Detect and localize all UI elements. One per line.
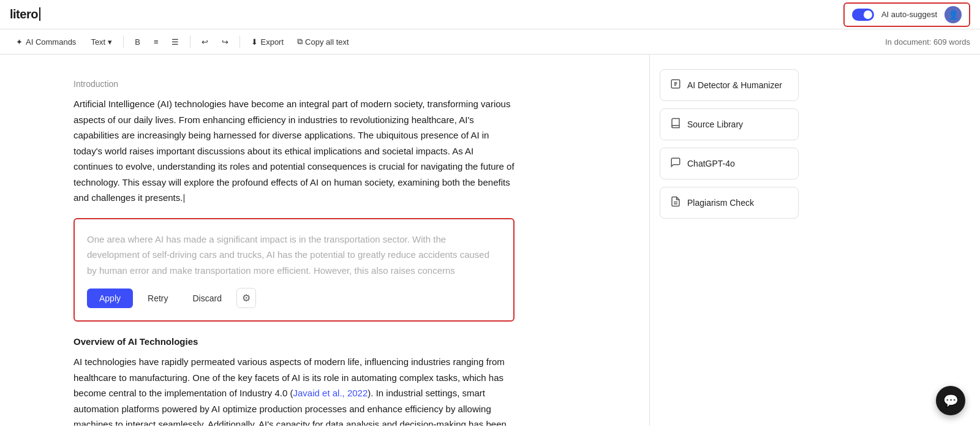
user-avatar[interactable]: 👤 xyxy=(944,6,962,23)
discard-button[interactable]: Discard xyxy=(183,289,231,308)
plagiarism-icon xyxy=(670,196,681,209)
copy-all-button[interactable]: ⧉ Copy all text xyxy=(292,34,354,49)
chat-button[interactable]: 💬 xyxy=(936,386,965,415)
undo-button[interactable]: ↩ xyxy=(197,35,213,49)
bold-button[interactable]: B xyxy=(130,35,145,49)
export-icon: ⬇ xyxy=(251,37,258,47)
sidebar-item-source-library-label: Source Library xyxy=(687,119,743,129)
redo-button[interactable]: ↪ xyxy=(217,35,233,49)
library-icon xyxy=(670,118,681,131)
sidebar-item-ai-detector-label: AI Detector & Humanizer xyxy=(687,80,782,90)
align-icon: ≡ xyxy=(154,37,159,47)
ai-suggestion-box: One area where AI has made a significant… xyxy=(74,218,514,322)
ai-suggestion-actions: Apply Retry Discard ⚙ xyxy=(87,288,501,308)
list-icon: ☰ xyxy=(172,37,179,47)
bold-icon: B xyxy=(135,37,140,47)
undo-icon: ↩ xyxy=(202,37,208,47)
ai-commands-button[interactable]: ✦ AI Commands xyxy=(10,35,82,49)
export-button[interactable]: ⬇ Export xyxy=(246,35,288,49)
chevron-down-icon: ▾ xyxy=(108,37,112,47)
editor-area[interactable]: Introduction Artificial Intelligence (AI… xyxy=(0,55,649,426)
separator-1 xyxy=(123,36,124,48)
autosuggest-toggle[interactable] xyxy=(852,9,874,21)
detector-icon xyxy=(670,78,681,92)
copy-icon: ⧉ xyxy=(297,37,303,47)
autosuggest-label: AI auto-suggest xyxy=(881,10,937,19)
section2-heading: Overview of AI Technologies xyxy=(74,336,514,347)
sidebar-item-ai-detector[interactable]: AI Detector & Humanizer xyxy=(660,69,799,101)
sidebar-item-plagiarism-label: Plagiarism Check xyxy=(687,198,754,208)
chat-icon xyxy=(670,157,681,170)
ai-suggestion-text: One area where AI has made a significant… xyxy=(87,232,501,279)
header: litero AI auto-suggest 👤 xyxy=(0,0,980,29)
text-dropdown-button[interactable]: Text ▾ xyxy=(86,35,117,49)
sidebar: AI Detector & Humanizer Source Library C… xyxy=(649,55,809,426)
toolbar: ✦ AI Commands Text ▾ B ≡ ☰ ↩ ↪ ⬇ Export … xyxy=(0,29,980,55)
sparkle-icon: ✦ xyxy=(16,37,23,47)
list-button[interactable]: ☰ xyxy=(167,35,184,49)
redo-icon: ↪ xyxy=(222,37,228,47)
sidebar-item-source-library[interactable]: Source Library xyxy=(660,108,799,140)
app-logo: litero xyxy=(10,7,40,21)
section-label: Introduction xyxy=(74,79,514,89)
align-button[interactable]: ≡ xyxy=(149,35,164,49)
editor-content: Introduction Artificial Intelligence (AI… xyxy=(74,79,514,426)
chat-button-icon: 💬 xyxy=(943,393,959,408)
sidebar-item-chatgpt[interactable]: ChatGPT-4o xyxy=(660,148,799,179)
main-layout: Introduction Artificial Intelligence (AI… xyxy=(0,55,980,426)
sidebar-item-chatgpt-label: ChatGPT-4o xyxy=(687,159,735,168)
settings-button[interactable]: ⚙ xyxy=(236,288,256,308)
apply-button[interactable]: Apply xyxy=(87,289,133,308)
separator-3 xyxy=(239,36,240,48)
word-count: In document: 609 words xyxy=(885,37,970,47)
autosuggest-container: AI auto-suggest 👤 xyxy=(843,2,970,27)
sidebar-item-plagiarism[interactable]: Plagiarism Check xyxy=(660,187,799,219)
section2-paragraph: AI technologies have rapidly permeated v… xyxy=(74,354,514,426)
retry-button[interactable]: Retry xyxy=(138,289,178,308)
citation-link[interactable]: Javaid et al., 2022 xyxy=(293,388,368,398)
separator-2 xyxy=(190,36,190,48)
main-paragraph[interactable]: Artificial Intelligence (AI) technologie… xyxy=(74,96,514,206)
